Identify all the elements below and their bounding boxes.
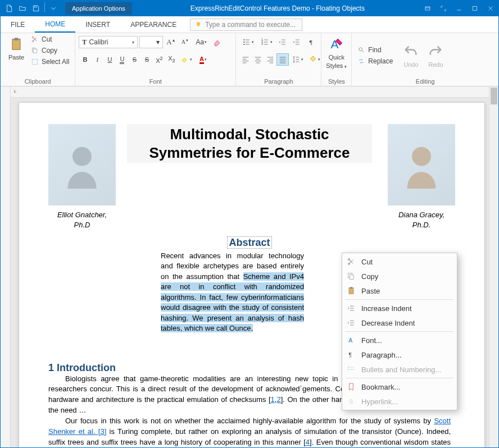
font-color-button[interactable]: A▾ bbox=[194, 53, 211, 66]
svg-point-28 bbox=[348, 367, 349, 368]
grow-font-button[interactable]: A▲ bbox=[165, 36, 177, 48]
bold-button[interactable]: B bbox=[79, 53, 91, 66]
abstract-text: Recent advances in modular technology an… bbox=[161, 251, 304, 334]
selected-text: Scheme and IPv4 are not in conflict with… bbox=[161, 272, 304, 332]
select-all-button[interactable]: Select All bbox=[29, 57, 71, 67]
tab-appearance[interactable]: APPEARANCE bbox=[120, 16, 187, 33]
open-icon[interactable] bbox=[16, 2, 29, 15]
tab-file[interactable]: FILE bbox=[1, 16, 35, 33]
copy-label: Copy bbox=[42, 47, 57, 54]
ctx-font[interactable]: AFont... bbox=[342, 333, 457, 348]
bullets-button[interactable]: ▾ bbox=[239, 36, 256, 48]
ribbon-tabs: FILE HOME INSERT APPEARANCE Type a comma… bbox=[1, 16, 498, 33]
paste-button[interactable]: Paste bbox=[4, 34, 29, 63]
decrease-indent-button[interactable] bbox=[276, 36, 289, 48]
ctx-decrease-indent[interactable]: Decrease Indent bbox=[342, 316, 457, 330]
increase-indent-button[interactable] bbox=[291, 36, 303, 48]
svg-point-11 bbox=[243, 42, 244, 43]
ctx-hyperlink[interactable]: Hyperlink... bbox=[342, 394, 457, 409]
align-justify-button[interactable] bbox=[276, 53, 289, 66]
align-right-button[interactable] bbox=[264, 53, 276, 66]
change-case-button[interactable]: Aa▾ bbox=[193, 36, 210, 48]
align-left-button[interactable] bbox=[239, 53, 252, 66]
vertical-scrollbar[interactable] bbox=[489, 86, 498, 447]
citation-4[interactable]: 4 bbox=[306, 438, 310, 446]
strikethrough-button[interactable]: S bbox=[128, 53, 140, 66]
show-marks-button[interactable]: ¶ bbox=[305, 36, 317, 48]
ribbon: Paste Cut Copy Select All Clipboard TCal… bbox=[1, 33, 498, 86]
citation-1[interactable]: 1 bbox=[271, 395, 275, 404]
vertical-ruler bbox=[1, 86, 11, 447]
citation-2[interactable]: 2 bbox=[276, 395, 280, 404]
styles-icon: A bbox=[329, 36, 344, 52]
undo-button[interactable]: Undo bbox=[398, 42, 423, 70]
ctx-copy[interactable]: Copy bbox=[342, 269, 457, 284]
svg-rect-25 bbox=[350, 287, 352, 289]
tab-insert[interactable]: INSERT bbox=[75, 16, 120, 33]
font-size-select[interactable]: ▾ bbox=[139, 36, 163, 48]
ctx-paragraph[interactable]: ¶Paragraph... bbox=[342, 348, 457, 362]
svg-point-6 bbox=[32, 36, 34, 38]
qat-dropdown-icon[interactable] bbox=[47, 2, 60, 15]
cut-button[interactable]: Cut bbox=[29, 34, 71, 44]
redo-label: Redo bbox=[428, 61, 443, 68]
line-spacing-button[interactable]: ▾ bbox=[289, 53, 306, 66]
context-menu: Cut Copy Paste Increase Indent Decrease … bbox=[342, 253, 457, 410]
abstract-heading: Abstract bbox=[48, 237, 451, 249]
float-photo-right[interactable]: Diana Gracey,Ph.D. bbox=[388, 124, 455, 230]
subscript-button[interactable]: X2 bbox=[165, 53, 178, 66]
copy-button[interactable]: Copy bbox=[29, 45, 71, 56]
ctx-bookmark[interactable]: Bookmark... bbox=[342, 380, 457, 394]
double-underline-button[interactable]: U bbox=[116, 53, 128, 66]
maximize-button[interactable] bbox=[467, 1, 483, 16]
italic-button[interactable]: I bbox=[91, 53, 103, 66]
svg-text:3: 3 bbox=[261, 43, 263, 45]
shading-button[interactable]: ▾ bbox=[306, 53, 323, 66]
svg-rect-4 bbox=[15, 38, 19, 40]
double-strike-button[interactable]: S bbox=[140, 53, 153, 66]
ctx-cut[interactable]: Cut bbox=[342, 254, 457, 269]
scrollbar-thumb[interactable] bbox=[491, 88, 497, 104]
svg-rect-2 bbox=[473, 7, 477, 11]
tell-me-box[interactable]: Type a command to execute... bbox=[190, 19, 302, 31]
styles-sub-label: Styles ▾ bbox=[326, 62, 347, 69]
find-button[interactable]: Find bbox=[355, 45, 395, 55]
ctx-bullets-numbering[interactable]: Bullets and Numbering... bbox=[342, 362, 457, 377]
numbering-icon: 123 bbox=[261, 38, 270, 47]
svg-rect-23 bbox=[350, 275, 353, 279]
shrink-font-button[interactable]: A▼ bbox=[179, 36, 191, 48]
ctx-increase-indent[interactable]: Increase Indent bbox=[342, 301, 457, 316]
tab-home[interactable]: HOME bbox=[35, 16, 75, 33]
select-all-label: Select All bbox=[42, 58, 69, 66]
ctx-paste[interactable]: Paste bbox=[342, 284, 457, 298]
new-doc-icon[interactable] bbox=[3, 2, 15, 15]
quick-styles-button[interactable]: A Quick Styles ▾ bbox=[325, 34, 348, 71]
bulb-icon bbox=[195, 21, 202, 28]
redo-button[interactable]: Redo bbox=[423, 42, 448, 70]
clear-format-button[interactable] bbox=[211, 36, 224, 48]
superscript-button[interactable]: X2 bbox=[153, 53, 165, 66]
replace-button[interactable]: Replace bbox=[355, 56, 395, 66]
font-family-select[interactable]: TCalibri▾ bbox=[79, 36, 138, 48]
eraser-icon bbox=[213, 38, 222, 47]
minimize-button[interactable] bbox=[451, 1, 467, 16]
close-button[interactable] bbox=[483, 1, 498, 16]
group-font: TCalibri▾ ▾ A▲ A▼ Aa▾ B I U U S S X2 X2 … bbox=[75, 33, 236, 86]
float-photo-left[interactable]: Elliot Gnatcher,Ph.D bbox=[48, 124, 116, 230]
align-center-button[interactable] bbox=[252, 53, 264, 66]
save-icon[interactable] bbox=[30, 2, 42, 15]
application-options-button[interactable]: Application Options bbox=[65, 2, 132, 15]
horizontal-ruler: L bbox=[11, 86, 489, 98]
numbering-button[interactable]: 123▾ bbox=[258, 36, 275, 48]
highlight-color-button[interactable]: ▾ bbox=[178, 53, 194, 66]
quick-access-toolbar bbox=[1, 2, 62, 15]
author-left-name: Elliot Gnatcher, bbox=[57, 211, 107, 219]
line-spacing-icon bbox=[292, 55, 301, 64]
outdent-icon bbox=[278, 38, 287, 47]
paste-label: Paste bbox=[8, 54, 24, 61]
ribbon-display-icon[interactable] bbox=[420, 1, 436, 16]
underline-button[interactable]: U bbox=[103, 53, 116, 66]
svg-point-12 bbox=[243, 44, 244, 45]
cut-label: Cut bbox=[42, 35, 52, 43]
fullscreen-icon[interactable] bbox=[436, 1, 451, 16]
